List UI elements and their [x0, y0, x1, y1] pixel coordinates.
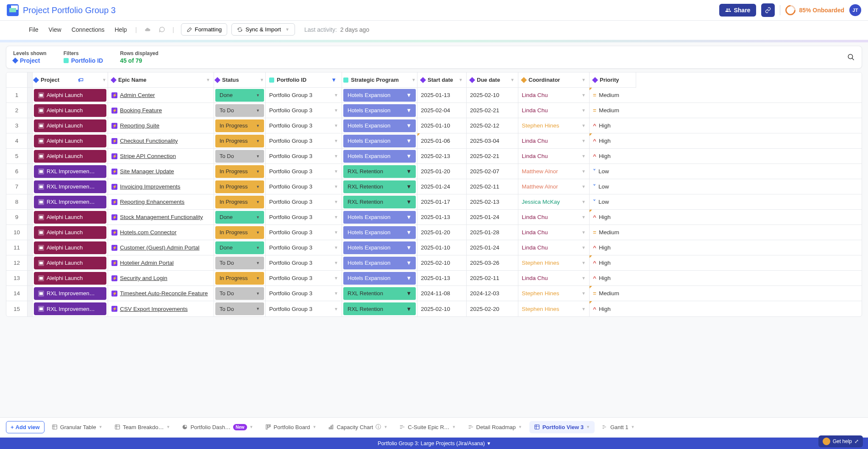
cell-epic[interactable]: Checkout Functionality: [108, 133, 214, 148]
cell-epic[interactable]: Reporting Suite: [108, 118, 214, 133]
table-row[interactable]: 1Alelphi LaunchAdmin CenterDone▼Portfoli…: [6, 88, 862, 103]
cell-epic[interactable]: Reporting Enhancements: [108, 194, 214, 209]
table-row[interactable]: 4Alelphi LaunchCheckout FunctionalityIn …: [6, 133, 862, 149]
cell-coordinator[interactable]: Matthew Alnor▼: [518, 179, 590, 194]
menu-view[interactable]: View: [45, 24, 66, 36]
levels-shown[interactable]: Levels shown Project: [13, 50, 47, 64]
cell-project[interactable]: Alelphi Launch: [33, 133, 108, 148]
cell-start-date[interactable]: 2025-01-20: [417, 164, 467, 179]
share-button[interactable]: Share: [719, 4, 756, 17]
cell-epic[interactable]: Customer (Guest) Admin Portal: [108, 240, 214, 255]
cell-status[interactable]: In Progress▼: [214, 225, 266, 240]
cell-strategic[interactable]: Hotels Expansion▼: [342, 225, 417, 240]
cell-due-date[interactable]: 2025-02-20: [467, 301, 518, 316]
cell-epic[interactable]: Booking Feature: [108, 103, 214, 118]
cell-portfolio[interactable]: Portfolio Group 3▼: [266, 133, 342, 148]
cell-status[interactable]: To Do▼: [214, 255, 266, 270]
copy-link-button[interactable]: [761, 3, 775, 17]
cell-due-date[interactable]: 2025-01-28: [467, 225, 518, 240]
cell-coordinator[interactable]: Stephen Hines▼: [518, 301, 590, 316]
cell-start-date[interactable]: 2025-02-04: [417, 103, 467, 118]
cell-epic[interactable]: Stock Management Functionality: [108, 210, 214, 224]
cell-status[interactable]: In Progress▼: [214, 271, 266, 285]
cell-strategic[interactable]: Hotels Expansion▼: [342, 271, 417, 285]
cell-due-date[interactable]: 2025-02-11: [467, 271, 518, 285]
cell-strategic[interactable]: Hotels Expansion▼: [342, 118, 417, 133]
cell-portfolio[interactable]: Portfolio Group 3▼: [266, 225, 342, 240]
cell-epic[interactable]: Stripe API Connection: [108, 149, 214, 164]
cell-portfolio[interactable]: Portfolio Group 3▼: [266, 194, 342, 209]
cell-priority[interactable]: ^High: [590, 149, 636, 164]
cell-start-date[interactable]: 2025-01-17: [417, 194, 467, 209]
cell-start-date[interactable]: 2025-01-13: [417, 88, 467, 103]
cell-coordinator[interactable]: Stephen Hines▼: [518, 118, 590, 133]
cell-coordinator[interactable]: Matthew Alnor▼: [518, 164, 590, 179]
cell-priority[interactable]: =Medium: [590, 103, 636, 118]
table-row[interactable]: 15RXL Improvemen…CSV Export Improvements…: [6, 301, 862, 316]
cell-portfolio[interactable]: Portfolio Group 3▼: [266, 301, 342, 316]
cell-strategic[interactable]: Hotels Expansion▼: [342, 133, 417, 148]
th-due[interactable]: Due date▼: [467, 72, 518, 88]
filters-applied[interactable]: Filters Portfolio ID: [64, 50, 103, 64]
cell-project[interactable]: RXL Improvemen…: [33, 164, 108, 179]
cell-project[interactable]: RXL Improvemen…: [33, 194, 108, 209]
cell-status[interactable]: Done▼: [214, 88, 266, 103]
cell-epic[interactable]: Timesheet Auto-Reconcile Feature: [108, 286, 214, 301]
cell-project[interactable]: Alelphi Launch: [33, 88, 108, 103]
search-button[interactable]: [847, 53, 855, 61]
cell-start-date[interactable]: 2025-02-13: [417, 149, 467, 164]
th-strategic[interactable]: Strategic Program▼: [342, 72, 417, 88]
cell-coordinator[interactable]: Linda Chu▼: [518, 271, 590, 285]
cell-status[interactable]: In Progress▼: [214, 179, 266, 194]
cell-due-date[interactable]: 2025-02-07: [467, 164, 518, 179]
cell-strategic[interactable]: Hotels Expansion▼: [342, 88, 417, 103]
cell-start-date[interactable]: 2025-01-24: [417, 179, 467, 194]
user-avatar[interactable]: JT: [849, 4, 861, 16]
cell-portfolio[interactable]: Portfolio Group 3▼: [266, 149, 342, 164]
cell-project[interactable]: Alelphi Launch: [33, 103, 108, 118]
cell-project[interactable]: RXL Improvemen…: [33, 179, 108, 194]
cell-due-date[interactable]: 2025-01-24: [467, 240, 518, 255]
cell-priority[interactable]: ^High: [590, 255, 636, 270]
comment-icon[interactable]: [156, 25, 168, 35]
cell-priority[interactable]: ^High: [590, 118, 636, 133]
cell-epic[interactable]: Hotels.com Connector: [108, 225, 214, 240]
cell-project[interactable]: Alelphi Launch: [33, 225, 108, 240]
cell-coordinator[interactable]: Linda Chu▼: [518, 240, 590, 255]
cell-epic[interactable]: Site Manager Update: [108, 164, 214, 179]
cell-coordinator[interactable]: Linda Chu▼: [518, 149, 590, 164]
cell-start-date[interactable]: 2025-02-10: [417, 301, 467, 316]
cell-priority[interactable]: ^High: [590, 210, 636, 224]
cell-status[interactable]: To Do▼: [214, 149, 266, 164]
cell-start-date[interactable]: 2025-02-10: [417, 255, 467, 270]
cell-priority[interactable]: ^High: [590, 240, 636, 255]
cell-status[interactable]: To Do▼: [214, 286, 266, 301]
cell-strategic[interactable]: Hotels Expansion▼: [342, 103, 417, 118]
cell-coordinator[interactable]: Linda Chu▼: [518, 210, 590, 224]
cell-project[interactable]: Alelphi Launch: [33, 149, 108, 164]
cell-start-date[interactable]: 2025-01-06: [417, 133, 467, 148]
table-row[interactable]: 7RXL Improvemen…Invoicing ImprovementsIn…: [6, 179, 862, 194]
table-row[interactable]: 6RXL Improvemen…Site Manager UpdateIn Pr…: [6, 164, 862, 179]
cell-start-date[interactable]: 2025-01-10: [417, 118, 467, 133]
cell-portfolio[interactable]: Portfolio Group 3▼: [266, 255, 342, 270]
cell-portfolio[interactable]: Portfolio Group 3▼: [266, 118, 342, 133]
th-start[interactable]: Start date▼: [417, 72, 467, 88]
cell-status[interactable]: In Progress▼: [214, 118, 266, 133]
cell-due-date[interactable]: 2025-02-10: [467, 88, 518, 103]
cell-strategic[interactable]: RXL Retention▼: [342, 194, 417, 209]
cell-priority[interactable]: =Medium: [590, 286, 636, 301]
cell-coordinator[interactable]: Jessica McKay▼: [518, 194, 590, 209]
th-coordinator[interactable]: Coordinator▼: [518, 72, 590, 88]
cell-epic[interactable]: Admin Center: [108, 88, 214, 103]
cell-priority[interactable]: ˅Low: [590, 179, 636, 194]
onboarding-indicator[interactable]: 85% Onboarded: [785, 5, 844, 15]
cell-coordinator[interactable]: Linda Chu▼: [518, 133, 590, 148]
cell-status[interactable]: Done▼: [214, 210, 266, 224]
formatting-button[interactable]: Formatting: [181, 23, 228, 36]
cell-due-date[interactable]: 2025-02-21: [467, 103, 518, 118]
cell-project[interactable]: RXL Improvemen…: [33, 301, 108, 316]
cell-coordinator[interactable]: Linda Chu▼: [518, 88, 590, 103]
menu-connections[interactable]: Connections: [67, 24, 109, 36]
cell-strategic[interactable]: RXL Retention▼: [342, 164, 417, 179]
